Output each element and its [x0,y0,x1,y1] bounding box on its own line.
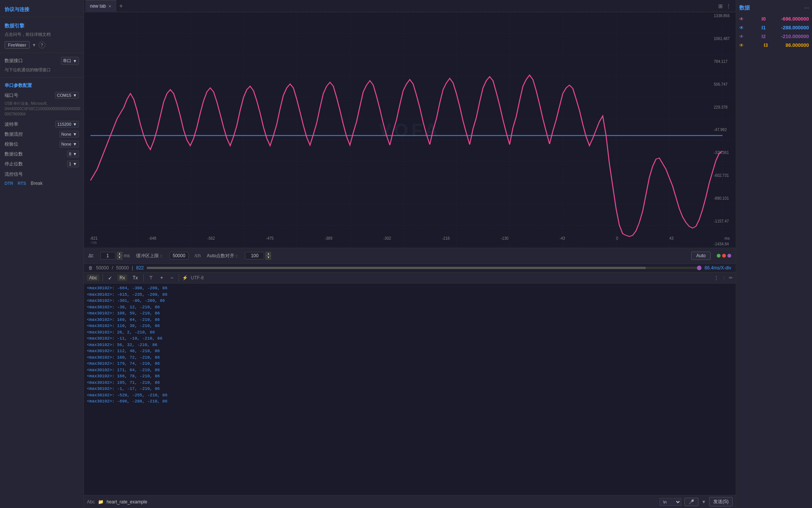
left-sidebar: 协议与连接 数据引擎 点击问号，前往详细文档 FireWater ▼ ? 数据接… [0,0,84,508]
buffer-unit: /ch [195,253,201,258]
baud-select[interactable]: 115200 ▼ [55,121,79,128]
interface-select[interactable]: 串口 ▼ [61,57,79,65]
serial-monitor: Abc ↙ Rx Tx ⊤ + − ⚡ UTF-8 ⋮ | ✏ <max3010… [84,272,736,508]
delta-t-input[interactable] [100,252,115,260]
tab-add-button[interactable]: + [116,3,126,10]
baud-row: 波特率 115200 ▼ [0,119,83,129]
abc-button[interactable]: Abc [87,274,99,281]
flow-row: 数据流控 None ▼ [0,129,83,139]
serial-input-row: Abc 📁 \n \r\n None 🎤 ▼ 发送(S) [84,495,736,508]
break-button[interactable]: Break [30,181,42,186]
newline-select[interactable]: \n \r\n None [660,498,681,506]
clear-button[interactable]: ✏ [729,275,733,280]
file-icon[interactable]: 📁 [98,499,104,505]
flow-select[interactable]: None ▼ [59,131,79,138]
flow-ctrl-label: 流控信号 [0,169,83,179]
send-text-button[interactable]: 发送(S) [709,497,733,506]
monitor-icon[interactable]: ⊞ [718,3,723,9]
serial-line: <max30102>: -38, 12, -210, 86 [87,304,733,311]
protocol-section-title: 协议与连接 [0,3,83,14]
progress-bar-row: 🗑 50000 / 50000 | 822 86.4ms/X-div [84,264,736,272]
align-button[interactable]: ⊤ [147,274,155,281]
channel-i0-row: 👁 I0 -696.000000 [739,14,809,23]
parity-select[interactable]: None ▼ [59,141,79,147]
delta-t-stepper: ▲ ▼ [117,252,122,260]
serial-line: <max30102>: 166, 78, -210, 86 [87,373,733,380]
buffer-input[interactable] [170,252,189,260]
channel-i3-eye[interactable]: 👁 [739,43,744,48]
help-button[interactable]: ? [38,42,45,48]
tab-bar: new tab ✕ + ⊞ ⋮ [84,0,736,12]
chart-svg[interactable] [84,12,736,248]
dot-green [717,254,721,258]
serial-line: <max30102>: 171, 64, -210, 86 [87,367,733,373]
send-button[interactable]: 🎤 [684,498,698,506]
tab-bar-icons: ⊞ ⋮ [718,3,734,9]
trash-icon[interactable]: 🗑 [88,265,93,271]
progress-slash: / [112,265,113,271]
tab-close-button[interactable]: ✕ [108,4,111,8]
main-content: new tab ✕ + ⊞ ⋮ VOFA [84,0,736,508]
channel-i0-eye[interactable]: 👁 [739,16,744,22]
data-interface-label: 数据接口 [5,58,23,64]
abc-input-icon: Abc [87,499,95,505]
serial-more-button[interactable]: ⋮ [714,275,719,280]
channel-i2-value: -210.000000 [781,34,809,39]
dtr-button[interactable]: DTR [5,181,13,186]
wave-button[interactable]: ↙ [106,274,114,281]
channel-i0-value: -696.000000 [781,16,809,22]
send-options-icon[interactable]: ▼ [701,499,706,505]
rx-button[interactable]: Rx [117,274,128,281]
auto-points-label: Auto点数对齐： [207,253,239,259]
progress-rate: 86.4ms/X-div [705,265,731,271]
channel-i3-row: 👁 I3 86.000000 [739,41,809,50]
parity-row: 校验位 None ▼ [0,139,83,149]
chart-container: VOFA 1338.856 1061.487 784.117 506.747 2… [84,12,736,248]
flow-label: 数据流控 [5,131,23,138]
channel-i1-eye[interactable]: 👁 [739,25,744,30]
svg-rect-1 [84,12,736,248]
plus-button[interactable]: + [158,274,165,281]
port-row: 端口号 COM15 ▼ [0,90,83,100]
serial-separator-right: | [723,275,724,280]
serial-output[interactable]: <max30102>: -664, -388, -209, 86<max3010… [84,284,736,495]
progress-thumb[interactable] [697,266,701,270]
tab-label: new tab [90,3,106,9]
serial-line: <max30102>: -696, -288, -210, 86 [87,398,733,405]
auto-points-input[interactable] [245,252,264,260]
databits-select[interactable]: 8 ▼ [67,151,79,157]
port-select[interactable]: COM15 ▼ [55,92,79,99]
serial-line: <max30102>: -615, -235, -209, 86 [87,292,733,298]
serial-line: <max30102>: 195, 71, -210, 86 [87,380,733,386]
tx-button[interactable]: Tx [130,274,140,281]
progress-count2: 50000 [116,265,129,271]
serial-line: <max30102>: -1, -17, -210, 86 [87,386,733,392]
data-engine-subtitle: 点击问号，前往详细文档 [0,31,83,40]
serial-toolbar: Abc ↙ Rx Tx ⊤ + − ⚡ UTF-8 ⋮ | ✏ [84,272,736,284]
delta-t-up[interactable]: ▲ [117,252,122,256]
auto-button[interactable]: Auto [691,252,711,260]
delta-t-down[interactable]: ▼ [117,256,122,260]
firewater-button[interactable]: FireWater [5,41,30,49]
databits-row: 数据位数 8 ▼ [0,149,83,159]
tab-new-tab[interactable]: new tab ✕ [85,0,116,12]
progress-samples: 822 [136,265,144,271]
auto-points-up[interactable]: ▲ [266,252,271,256]
rts-button[interactable]: RTS [18,181,26,186]
data-panel-more[interactable]: ⋯ [804,5,809,11]
auto-points-stepper: ▲ ▼ [266,252,271,260]
minus-button[interactable]: − [168,274,176,281]
auto-points-group: ▲ ▼ [245,252,271,260]
port-label: 端口号 [5,92,18,99]
toolbar-separator-2 [143,274,144,282]
more-options-icon[interactable]: ⋮ [726,3,731,9]
progress-count1: 50000 [96,265,109,271]
serial-input-field[interactable] [107,499,657,505]
channel-i2-eye[interactable]: 👁 [739,34,744,39]
data-engine-title: 数据引擎 [0,19,83,31]
stopbits-select[interactable]: 1 ▼ [67,160,79,167]
interface-subtitle: 与下位机通信的物理接口 [0,66,83,75]
auto-points-down[interactable]: ▼ [266,256,271,260]
serial-line: <max30102>: 169, 64, -210, 86 [87,317,733,323]
serial-line: <max30102>: 160, 72, -210, 86 [87,354,733,361]
